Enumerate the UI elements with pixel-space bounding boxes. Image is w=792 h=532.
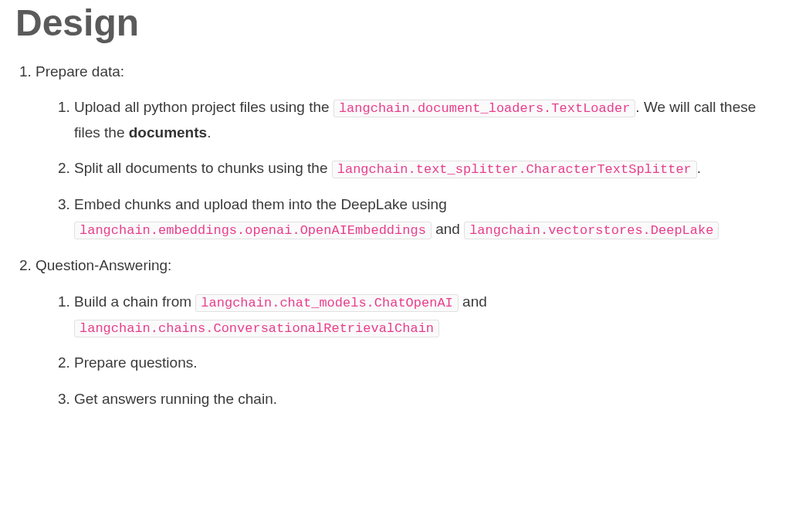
code-textsplitter: langchain.text_splitter.CharacterTextSpl…: [332, 161, 697, 178]
document-container: Design Prepare data: Upload all python p…: [0, 3, 792, 438]
code-textloader: langchain.document_loaders.TextLoader: [333, 100, 635, 117]
section-2-item-1: Build a chain from langchain.chat_models…: [74, 290, 777, 341]
outer-list: Prepare data: Upload all python project …: [15, 59, 777, 412]
page-title: Design: [15, 3, 777, 44]
text-fragment: Split all documents to chunks using the: [74, 160, 332, 176]
text-fragment: .: [207, 124, 211, 141]
section-2: Question-Answering: Build a chain from l…: [36, 253, 777, 412]
code-conversational-chain: langchain.chains.ConversationalRetrieval…: [74, 320, 439, 337]
section-2-title: Question-Answering:: [36, 257, 171, 273]
text-fragment: Upload all python project files using th…: [74, 99, 333, 115]
section-2-inner-list: Build a chain from langchain.chat_models…: [36, 290, 777, 412]
section-1: Prepare data: Upload all python project …: [36, 59, 777, 243]
text-fragment: Get answers running the chain.: [74, 391, 277, 407]
text-fragment: .: [697, 160, 701, 176]
section-2-item-2: Prepare questions.: [74, 351, 777, 375]
section-2-item-3: Get answers running the chain.: [74, 387, 777, 412]
text-fragment: Prepare questions.: [74, 354, 198, 371]
section-1-inner-list: Upload all python project files using th…: [36, 95, 777, 242]
code-embeddings: langchain.embeddings.openai.OpenAIEmbedd…: [74, 222, 432, 239]
section-1-item-1: Upload all python project files using th…: [74, 95, 777, 145]
code-deeplake: langchain.vectorstores.DeepLake: [464, 222, 719, 239]
section-1-title: Prepare data:: [36, 63, 124, 80]
bold-documents: documents: [129, 124, 207, 141]
code-chatopenai: langchain.chat_models.ChatOpenAI: [195, 294, 458, 312]
text-fragment: Embed chunks and upload them into the De…: [74, 196, 447, 212]
text-fragment: and: [462, 293, 487, 310]
text-fragment: and: [435, 221, 464, 237]
section-1-item-2: Split all documents to chunks using the …: [74, 156, 777, 181]
section-1-item-3: Embed chunks and upload them into the De…: [74, 192, 777, 242]
text-fragment: Build a chain from: [74, 293, 195, 310]
